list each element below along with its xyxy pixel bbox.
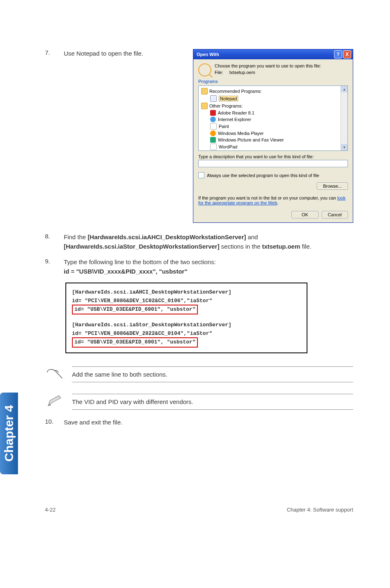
scrollbar[interactable]: ▴ ▾ xyxy=(341,86,347,150)
footer-chapter-label: Chapter 4: Software support xyxy=(287,507,353,513)
dialog-titlebar: Open With ? X xyxy=(193,49,353,59)
dialog-title: Open With xyxy=(197,52,219,57)
chapter-side-tab: Chapter 4 xyxy=(0,393,18,474)
step-number: 8. xyxy=(45,233,64,240)
scroll-down-icon[interactable]: ▾ xyxy=(341,144,347,150)
step-number: 9. xyxy=(45,258,64,265)
group-other: Other Programs: xyxy=(209,103,242,108)
code-line: [HardwareIds.scsi.iaAHCI_DesktopWorkstat… xyxy=(72,288,301,297)
close-button[interactable]: X xyxy=(343,50,351,58)
list-item[interactable]: Internet Explorer xyxy=(199,116,347,123)
paint-icon xyxy=(210,123,217,130)
help-button[interactable]: ? xyxy=(334,50,342,58)
code-line: id= "PCI\VEN_8086&DEV_2822&CC_0104","iaS… xyxy=(72,330,301,338)
choose-program-label: Choose the program you want to use to op… xyxy=(215,63,321,68)
list-item[interactable]: Windows Picture and Fax Viewer xyxy=(199,137,347,143)
web-lookup-note: If the program you want is not in the li… xyxy=(198,195,348,205)
step-text: Find the [HardwareIds.scsi.iaAHCI_Deskto… xyxy=(64,233,353,251)
group-recommended: Recommended Programs: xyxy=(209,89,262,94)
programs-label: Programs xyxy=(198,79,348,84)
notepad-icon xyxy=(210,95,217,102)
always-use-checkbox[interactable] xyxy=(198,172,204,178)
list-item[interactable]: WordPad xyxy=(199,143,347,150)
note-hand-icon xyxy=(45,366,65,382)
code-block: [HardwareIds.scsi.iaAHCI_DesktopWorkstat… xyxy=(65,283,307,353)
description-input[interactable] xyxy=(198,160,348,167)
search-icon xyxy=(198,63,211,76)
cancel-button[interactable]: Cancel xyxy=(322,211,348,218)
file-name: txtsetup.oem xyxy=(229,70,255,75)
page-number: 4-22 xyxy=(45,507,56,513)
ie-icon xyxy=(210,117,216,122)
code-line: id= "PCI\VEN_8086&DEV_1C02&CC_0106","iaS… xyxy=(72,297,301,305)
wmp-icon xyxy=(210,130,216,136)
browse-button[interactable]: Browse... xyxy=(317,182,348,190)
step-text: Use Notepad to open the file. xyxy=(64,49,186,58)
step-number: 7. xyxy=(45,49,64,56)
pdf-icon xyxy=(210,110,216,116)
step-text: Type the following line to the bottom of… xyxy=(64,258,353,276)
code-line: [HardwareIds.scsi.iaStor_DesktopWorkstat… xyxy=(72,321,301,330)
ok-button[interactable]: OK xyxy=(291,211,318,218)
folder-icon xyxy=(201,88,208,94)
list-item-notepad[interactable]: Notepad xyxy=(199,95,347,102)
always-use-label: Always use the selected program to open … xyxy=(207,173,319,178)
description-label: Type a description that you want to use … xyxy=(198,154,348,159)
highlighted-code-line: id= "USB\VID_03EE&PID_6901", "usbstor" xyxy=(72,337,198,348)
scroll-up-icon[interactable]: ▴ xyxy=(341,86,347,92)
wordpad-icon xyxy=(210,144,217,150)
note-text: The VID and PID vary with different vend… xyxy=(72,394,353,410)
folder-icon xyxy=(201,103,208,109)
highlighted-code-line: id= "USB\VID_03EE&PID_6901", "usbstor" xyxy=(72,305,198,315)
list-item[interactable]: Adobe Reader 8.1 xyxy=(199,110,347,116)
step-number: 10. xyxy=(45,418,64,425)
open-with-dialog: Open With ? X Choose the program you wan… xyxy=(193,49,353,223)
list-item[interactable]: Paint xyxy=(199,123,347,130)
picture-viewer-icon xyxy=(210,137,216,143)
list-item[interactable]: Windows Media Player xyxy=(199,130,347,137)
note-text: Add the same line to both sections. xyxy=(72,366,353,382)
file-label: File: xyxy=(215,70,223,75)
program-listbox[interactable]: Recommended Programs: Notepad Other Prog… xyxy=(198,85,348,151)
step-text: Save and exit the file. xyxy=(64,418,353,427)
note-pencil-icon xyxy=(45,394,65,409)
